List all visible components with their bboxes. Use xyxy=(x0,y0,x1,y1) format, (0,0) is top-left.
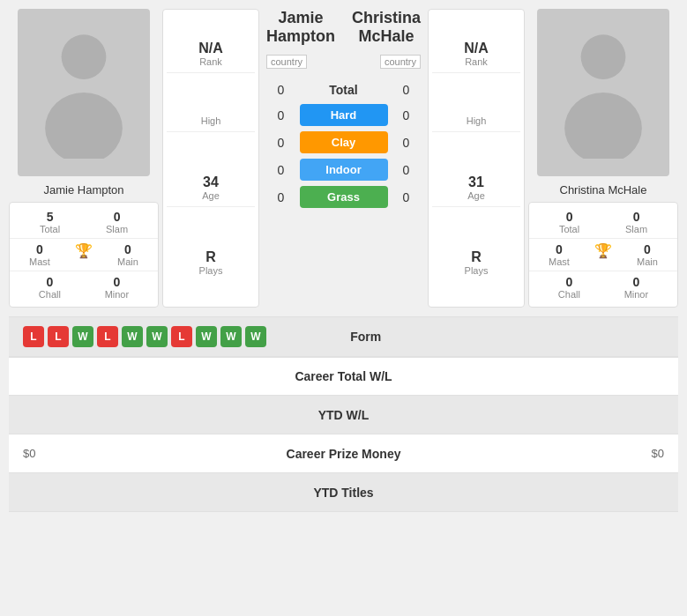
left-country-flag: country xyxy=(266,55,307,69)
surface-row-grass: 0 Grass 0 xyxy=(268,186,420,208)
left-rank-stat: N/A Rank xyxy=(167,35,255,73)
form-badge-w: W xyxy=(220,326,242,347)
left-chall-stat: 0 Chall xyxy=(39,275,61,300)
left-minor-stat: 0 Minor xyxy=(105,275,130,300)
left-stat-row-chall-minor: 0 Chall 0 Minor xyxy=(10,271,158,303)
center-left-total: 0 xyxy=(268,83,295,97)
svg-point-1 xyxy=(45,93,123,159)
bottom-rows: Career Total W/L YTD W/L $0 Career Prize… xyxy=(9,357,678,512)
info-row-0: Career Total W/L xyxy=(9,357,678,396)
surface-row-indoor: 0 Indoor 0 xyxy=(268,159,420,181)
center-right-name: Christina McHale xyxy=(352,9,421,46)
form-badge-w: W xyxy=(122,326,143,347)
right-player-name: Christina McHale xyxy=(560,183,647,197)
right-main-stat: 0 Main xyxy=(637,242,658,267)
left-age-stat: 34 Age xyxy=(167,169,255,207)
svg-point-0 xyxy=(62,34,107,79)
form-badge-l: L xyxy=(97,326,118,347)
form-badge-w: W xyxy=(196,326,217,347)
right-high-stat: High xyxy=(432,110,520,132)
svg-point-2 xyxy=(581,34,626,79)
right-plays-stat: R Plays xyxy=(432,244,520,281)
form-label: Form xyxy=(266,330,466,344)
surface-rows: 0 Hard 0 0 Clay 0 0 Indoor 0 0 Grass 0 xyxy=(268,104,420,213)
right-age-stat: 31 Age xyxy=(432,169,520,207)
right-rank-stat: N/A Rank xyxy=(432,35,520,73)
form-row: LLWLWWLWWW Form xyxy=(9,316,678,357)
right-minor-stat: 0 Minor xyxy=(624,275,649,300)
info-row-1: YTD W/L xyxy=(9,396,678,434)
left-trophy-icon: 🏆 xyxy=(75,242,93,267)
surface-btn-indoor[interactable]: Indoor xyxy=(300,159,388,181)
center-column: Jamie Hampton Christina McHale country c… xyxy=(263,9,424,308)
right-player-stats: 0 Total 0 Slam 0 Mast 🏆 xyxy=(528,202,678,308)
center-left-name: Jamie Hampton xyxy=(266,9,335,46)
right-chall-stat: 0 Chall xyxy=(558,275,580,300)
total-header-row: 0 Total 0 xyxy=(266,83,421,97)
right-stat-row-total-slam: 0 Total 0 Slam xyxy=(529,206,677,239)
surface-btn-grass[interactable]: Grass xyxy=(300,186,388,208)
center-right-total: 0 xyxy=(393,83,420,97)
right-player-avatar xyxy=(537,9,669,176)
right-country-flag: country xyxy=(380,55,421,69)
form-badge-l: L xyxy=(48,326,69,347)
left-total-stat: 5 Total xyxy=(40,210,60,234)
surface-row-clay: 0 Clay 0 xyxy=(268,131,420,153)
form-badge-w: W xyxy=(72,326,93,347)
right-mast-stat: 0 Mast xyxy=(549,242,570,267)
right-middle-stats: N/A Rank High 31 Age R Plays xyxy=(428,9,525,308)
right-stat-row-chall-minor: 0 Chall 0 Minor xyxy=(529,271,677,303)
bottom-section: LLWLWWLWWW Form Career Total W/L YTD W/L… xyxy=(0,316,687,521)
surface-btn-clay[interactable]: Clay xyxy=(300,131,388,153)
left-plays-stat: R Plays xyxy=(167,244,255,281)
left-player-name: Jamie Hampton xyxy=(43,183,123,197)
form-badge-w: W xyxy=(245,326,266,347)
surface-row-hard: 0 Hard 0 xyxy=(268,104,420,126)
left-stat-row-total-slam: 5 Total 0 Slam xyxy=(10,206,158,239)
surface-btn-hard[interactable]: Hard xyxy=(300,104,388,126)
left-stat-row-mast-main: 0 Mast 🏆 0 Main xyxy=(10,239,158,271)
left-player-stats: 5 Total 0 Slam 0 Mast 🏆 xyxy=(9,202,159,308)
form-badge-l: L xyxy=(23,326,44,347)
right-trophy-icon: 🏆 xyxy=(594,242,612,267)
info-row-3: YTD Titles xyxy=(9,473,678,512)
left-main-stat: 0 Main xyxy=(117,242,138,267)
info-row-2: $0 Career Prize Money $0 xyxy=(9,434,678,473)
left-mast-stat: 0 Mast xyxy=(29,242,50,267)
left-high-stat: High xyxy=(167,110,255,132)
comparison-section: Jamie Hampton 5 Total 0 Slam 0 Mast xyxy=(0,0,687,316)
main-container: Jamie Hampton 5 Total 0 Slam 0 Mast xyxy=(0,0,687,521)
form-badge-l: L xyxy=(171,326,192,347)
right-player-card: Christina McHale 0 Total 0 Slam 0 Mast xyxy=(528,9,678,308)
right-total-stat: 0 Total xyxy=(559,210,579,234)
right-stat-row-mast-main: 0 Mast 🏆 0 Main xyxy=(529,239,677,271)
form-badges: LLWLWWLWWW xyxy=(23,326,266,347)
form-badge-w: W xyxy=(146,326,168,347)
right-slam-stat: 0 Slam xyxy=(625,210,647,234)
svg-point-3 xyxy=(564,93,642,159)
left-player-avatar xyxy=(18,9,150,176)
left-slam-stat: 0 Slam xyxy=(106,210,128,234)
center-total-label: Total xyxy=(300,83,388,97)
left-player-card: Jamie Hampton 5 Total 0 Slam 0 Mast xyxy=(9,9,159,308)
left-middle-stats: N/A Rank High 34 Age R Plays xyxy=(162,9,259,308)
